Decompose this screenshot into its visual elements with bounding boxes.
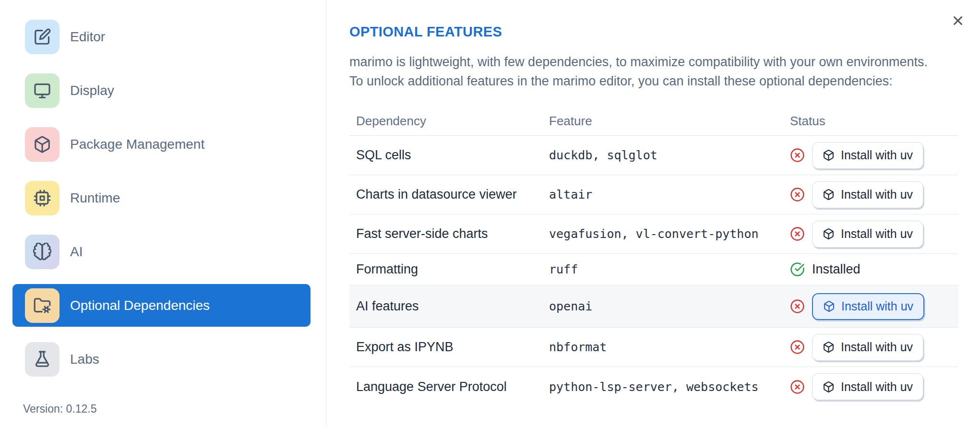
optional-features-panel: OPTIONAL FEATURES marimo is lightweight,…	[326, 0, 980, 427]
install-with-uv-button[interactable]: Install with uv	[812, 221, 923, 248]
status-missing-icon	[790, 340, 805, 355]
install-button-label: Install with uv	[841, 148, 913, 162]
sidebar-item-editor[interactable]: Editor	[12, 15, 311, 58]
package-icon	[25, 127, 60, 162]
dependency-cell: Language Server Protocol	[349, 380, 542, 394]
install-with-uv-button[interactable]: Install with uv	[812, 293, 924, 320]
feature-cell: duckdb, sqlglot	[542, 148, 782, 162]
install-button-label: Install with uv	[841, 380, 913, 394]
action-slot: Install with uv	[812, 293, 924, 320]
feature-cell: openai	[542, 299, 782, 313]
status-cell: Install with uv	[782, 221, 958, 248]
feature-cell: altair	[542, 188, 782, 202]
action-slot: Install with uv	[812, 181, 923, 208]
sidebar-item-display[interactable]: Display	[12, 69, 311, 112]
header-feature: Feature	[542, 114, 782, 129]
edit-icon	[25, 20, 60, 54]
install-button-label: Install with uv	[841, 188, 913, 202]
status-cell: Install with uv	[782, 293, 958, 320]
feature-cell: nbformat	[542, 340, 782, 354]
sidebar-item-ai[interactable]: AI	[12, 230, 311, 273]
cpu-icon	[25, 181, 60, 215]
folder-cog-icon	[25, 288, 60, 323]
table-row: Charts in datasource viewer altair Insta…	[349, 175, 958, 214]
install-button-label: Install with uv	[841, 340, 913, 354]
panel-title: OPTIONAL FEATURES	[349, 24, 958, 40]
dependency-cell: Fast server-side charts	[349, 226, 542, 241]
panel-description: marimo is lightweight, with few dependen…	[349, 52, 958, 91]
status-cell: Install with uv	[782, 373, 958, 400]
sidebar-item-label: Package Management	[70, 137, 204, 152]
install-with-uv-button[interactable]: Install with uv	[812, 181, 923, 208]
table-body: SQL cells duckdb, sqlglot Install with u…	[349, 136, 958, 406]
brain-icon	[25, 235, 60, 269]
dependency-cell: Export as IPYNB	[349, 340, 542, 355]
feature-cell: vegafusion, vl-convert-python	[542, 227, 782, 241]
sidebar-item-label: AI	[70, 244, 83, 260]
monitor-icon	[25, 73, 60, 108]
install-button-label: Install with uv	[841, 299, 913, 313]
settings-sidebar: Editor Display Package Management Runtim…	[0, 0, 326, 427]
panel-description-line1: marimo is lightweight, with few dependen…	[349, 52, 958, 71]
package-icon	[823, 189, 835, 201]
action-slot: Install with uv	[812, 221, 923, 248]
header-dependency: Dependency	[349, 114, 542, 129]
installed-status-label: Installed	[812, 262, 860, 276]
install-button-label: Install with uv	[841, 227, 913, 241]
package-icon	[823, 300, 835, 312]
flask-icon	[25, 342, 60, 377]
status-missing-icon	[790, 148, 805, 163]
status-cell: Install with uv	[782, 142, 958, 169]
table-row: Language Server Protocol python-lsp-serv…	[349, 367, 958, 406]
install-with-uv-button[interactable]: Install with uv	[812, 334, 923, 361]
table-row: SQL cells duckdb, sqlglot Install with u…	[349, 136, 958, 175]
sidebar-item-label: Labs	[70, 352, 99, 367]
table-row: AI features openai Install with uv	[349, 285, 958, 328]
dependency-cell: SQL cells	[349, 148, 542, 163]
action-slot: Install with uv	[812, 373, 923, 400]
status-missing-icon	[790, 187, 805, 202]
status-missing-icon	[790, 380, 805, 394]
action-slot: Installed	[812, 262, 860, 277]
table-row: Fast server-side charts vegafusion, vl-c…	[349, 214, 958, 254]
status-missing-icon	[790, 226, 805, 241]
table-row: Export as IPYNB nbformat Install with uv	[349, 328, 958, 367]
version-label: Version: 0.12.5	[23, 403, 96, 415]
close-button[interactable]	[949, 12, 967, 30]
package-icon	[823, 381, 835, 393]
sidebar-item-labs[interactable]: Labs	[12, 338, 311, 380]
table-header-row: Dependency Feature Status	[349, 107, 958, 136]
status-missing-icon	[790, 299, 805, 314]
dependency-cell: Formatting	[349, 262, 542, 277]
package-icon	[823, 228, 835, 240]
sidebar-item-runtime[interactable]: Runtime	[12, 177, 311, 219]
action-slot: Install with uv	[812, 334, 923, 361]
dependency-cell: AI features	[349, 299, 542, 314]
package-icon	[823, 341, 835, 353]
close-icon	[951, 22, 965, 29]
sidebar-item-label: Display	[70, 83, 114, 98]
sidebar-item-label: Optional Dependencies	[70, 298, 210, 313]
dependency-cell: Charts in datasource viewer	[349, 187, 542, 202]
panel-description-line2: To unlock additional features in the mar…	[349, 71, 958, 91]
feature-cell: ruff	[542, 262, 782, 276]
package-icon	[823, 149, 835, 161]
table-row: Formatting ruff Installed	[349, 254, 958, 285]
install-with-uv-button[interactable]: Install with uv	[812, 142, 923, 169]
status-cell: Install with uv	[782, 334, 958, 361]
status-cell: Install with uv	[782, 181, 958, 208]
feature-cell: python-lsp-server, websockets	[542, 380, 782, 394]
install-with-uv-button[interactable]: Install with uv	[812, 373, 923, 400]
sidebar-item-optional-dependencies[interactable]: Optional Dependencies	[12, 284, 311, 327]
sidebar-item-label: Editor	[70, 29, 105, 45]
status-cell: Installed	[782, 262, 958, 277]
sidebar-item-label: Runtime	[70, 190, 120, 206]
status-installed-icon	[790, 262, 805, 277]
header-status: Status	[782, 114, 958, 129]
sidebar-item-package-management[interactable]: Package Management	[12, 123, 311, 166]
action-slot: Install with uv	[812, 142, 923, 169]
optional-dependencies-table: Dependency Feature Status SQL cells duck…	[349, 107, 958, 406]
sidebar-nav: Editor Display Package Management Runtim…	[12, 15, 326, 380]
